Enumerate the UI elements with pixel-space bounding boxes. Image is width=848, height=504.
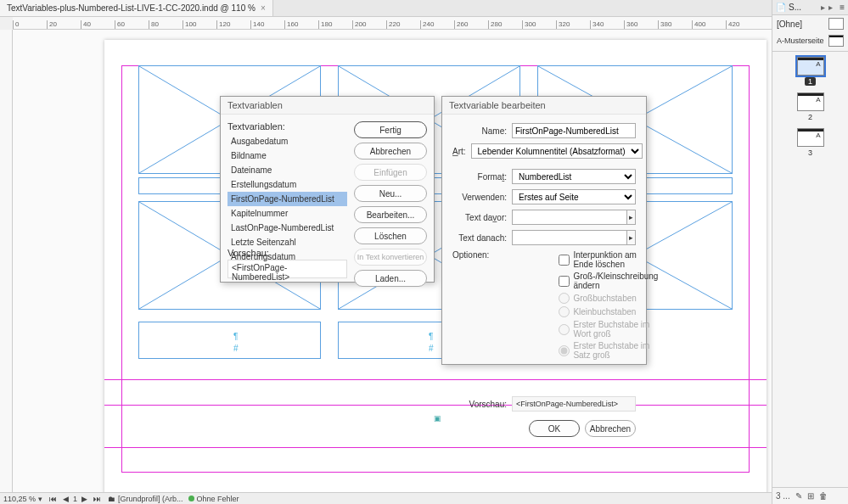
text-after-input[interactable] xyxy=(512,230,627,245)
page-item[interactable]: A3 xyxy=(772,125,848,160)
variable-item[interactable]: Erstellungsdatum xyxy=(227,177,347,192)
zoom-dropdown-icon[interactable]: ▾ xyxy=(38,495,42,503)
text-before-flyout[interactable]: ▸ xyxy=(627,210,636,225)
last-page-button[interactable]: ⏭ xyxy=(92,495,103,503)
horizontal-ruler: 0204060801001201401601802002202402602803… xyxy=(13,17,772,30)
thread-icon: ▣ xyxy=(434,414,441,423)
uppercase-radio xyxy=(559,293,570,304)
variable-item[interactable]: LastOnPage-NumberedList xyxy=(227,221,347,235)
status-bar: 110,25 % ▾ ⏮ ◀ 1 ▶ ⏭ 🖿 [Grundprofil] (Ar… xyxy=(0,492,772,504)
options-label: Optionen: xyxy=(452,250,494,260)
delete-page-icon[interactable]: 🗑 xyxy=(819,491,828,501)
document-tab[interactable]: TextVariables-plus-Numbered-List-LIVE-1-… xyxy=(0,0,273,16)
next-page-button[interactable]: ▶ xyxy=(80,495,89,503)
text-before-label: Text davor: xyxy=(452,213,512,222)
page-spread: ¶ # ¶ # ▣ xyxy=(104,40,767,492)
open-icon[interactable]: 🖿 xyxy=(108,495,115,503)
first-page-button[interactable]: ⏮ xyxy=(48,495,59,503)
document-tab-label: TextVariables-plus-Numbered-List-LIVE-1-… xyxy=(7,3,256,13)
master-a[interactable]: A-Musterseite xyxy=(772,32,848,49)
preview-value: <FirstOnPage-NumberedList> xyxy=(512,396,636,412)
master-label: A-Musterseite xyxy=(777,36,824,45)
delete-punctuation-checkbox[interactable] xyxy=(559,255,570,266)
type-label: Art: xyxy=(452,147,471,156)
pages-panel-title: S... xyxy=(789,3,801,12)
panel-collapse-icon[interactable]: ▸▸ xyxy=(821,3,836,12)
master-thumb xyxy=(828,35,844,47)
dialog-title: Textvariablen xyxy=(221,97,434,115)
page-thumbnail[interactable]: A xyxy=(797,128,824,147)
page-thumbnail[interactable]: A xyxy=(797,92,824,111)
page-item[interactable]: A2 xyxy=(772,89,848,125)
format-select[interactable]: NumberedList xyxy=(512,169,636,184)
lowercase-radio xyxy=(559,306,570,317)
page-count: 3 ... xyxy=(776,491,790,501)
titlecase-radio xyxy=(559,324,570,335)
page-number-label: 2 xyxy=(808,113,812,121)
name-input[interactable] xyxy=(512,123,636,138)
master-none[interactable]: [Ohne] xyxy=(772,15,848,32)
page-item[interactable]: A1 xyxy=(772,53,848,89)
variable-item[interactable]: Kapitelnummer xyxy=(227,206,347,221)
done-button[interactable]: Fertig xyxy=(354,121,427,138)
preview-label: Vorschau: xyxy=(452,400,512,409)
option-label: Kleinbuchstaben xyxy=(573,307,636,316)
new-page-icon[interactable]: ⊞ xyxy=(807,491,814,501)
variable-item[interactable]: FirstOnPage-NumberedList xyxy=(227,192,347,206)
page-number-label: 1 xyxy=(805,77,816,86)
variable-item[interactable]: Bildname xyxy=(227,148,347,163)
variable-item[interactable]: Dateiname xyxy=(227,163,347,177)
page-number-label: 3 xyxy=(808,148,812,157)
new-button[interactable]: Neu... xyxy=(354,185,427,202)
change-case-checkbox[interactable] xyxy=(559,276,570,287)
preview-value: <FirstOnPage-NumberedList> xyxy=(227,260,347,278)
paragraph-mark: ¶ xyxy=(233,332,238,341)
edit-text-variable-dialog: Textvariable bearbeiten Name: Art: Leben… xyxy=(441,96,647,365)
text-before-input[interactable] xyxy=(512,210,627,225)
current-page[interactable]: 1 xyxy=(73,495,77,503)
format-label: Format: xyxy=(452,172,512,182)
dialog-title: Textvariable bearbeiten xyxy=(442,97,646,115)
option-label: Groß-/Kleinschreibung ändern xyxy=(573,272,658,290)
option-label: Erster Buchstabe im Wort groß xyxy=(573,320,658,339)
panel-menu-icon[interactable]: ≡ xyxy=(840,3,845,12)
load-button[interactable]: Laden... xyxy=(354,270,427,287)
text-variables-dialog: Textvariablen Textvariablen: Ausgabedatu… xyxy=(220,96,435,283)
cancel-button[interactable]: Abbrechen xyxy=(354,143,427,160)
use-label: Verwenden: xyxy=(452,193,512,202)
vertical-ruler xyxy=(0,30,13,492)
cancel-button[interactable]: Abbrechen xyxy=(585,420,636,437)
option-label: Großbuchstaben xyxy=(573,294,637,303)
edit-page-icon[interactable]: ✎ xyxy=(795,491,802,501)
convert-button: In Text konvertieren xyxy=(354,249,427,266)
text-after-label: Text danach: xyxy=(452,233,512,243)
paragraph-mark: ¶ xyxy=(429,332,433,341)
option-label: Erster Buchstabe im Satz groß xyxy=(573,341,658,360)
use-select[interactable]: Erstes auf Seite xyxy=(512,189,636,204)
close-tab-icon[interactable]: × xyxy=(261,3,266,13)
preflight-label[interactable]: Ohne Fehler xyxy=(197,495,239,503)
text-frame[interactable] xyxy=(138,322,321,359)
variables-list[interactable]: AusgabedatumBildnameDateinameErstellungs… xyxy=(227,134,347,243)
insert-button: Einfügen xyxy=(354,164,427,181)
edit-button[interactable]: Bearbeiten... xyxy=(354,206,427,223)
variables-list-label: Textvariablen: xyxy=(227,121,347,132)
type-select[interactable]: Lebender Kolumnentitel (Absatzformat) xyxy=(471,143,643,159)
prev-page-button[interactable]: ◀ xyxy=(61,495,70,503)
variable-item[interactable]: Ausgabedatum xyxy=(227,134,347,148)
end-of-story-mark: # xyxy=(233,344,239,353)
end-of-story-mark: # xyxy=(429,344,434,353)
text-after-flyout[interactable]: ▸ xyxy=(627,230,636,245)
profile-label[interactable]: [Grundprofil] (Arb... xyxy=(118,495,183,503)
pages-panel-icon: 📄 xyxy=(776,3,786,12)
ok-button[interactable]: OK xyxy=(529,420,580,437)
preflight-status-icon xyxy=(188,496,194,501)
option-label: Interpunktion am Ende löschen xyxy=(573,250,658,269)
delete-button[interactable]: Löschen xyxy=(354,227,427,244)
zoom-value[interactable]: 110,25 % xyxy=(3,495,36,503)
page-thumbnail[interactable]: A xyxy=(797,57,824,76)
pages-panel: 📄 S... ▸▸ ≡ [Ohne] A-Musterseite A1A2A3 … xyxy=(772,0,848,504)
pages-panel-footer: 3 ... ✎ ⊞ 🗑 xyxy=(772,487,848,504)
name-label: Name: xyxy=(452,126,512,136)
sentencecase-radio xyxy=(559,345,570,356)
